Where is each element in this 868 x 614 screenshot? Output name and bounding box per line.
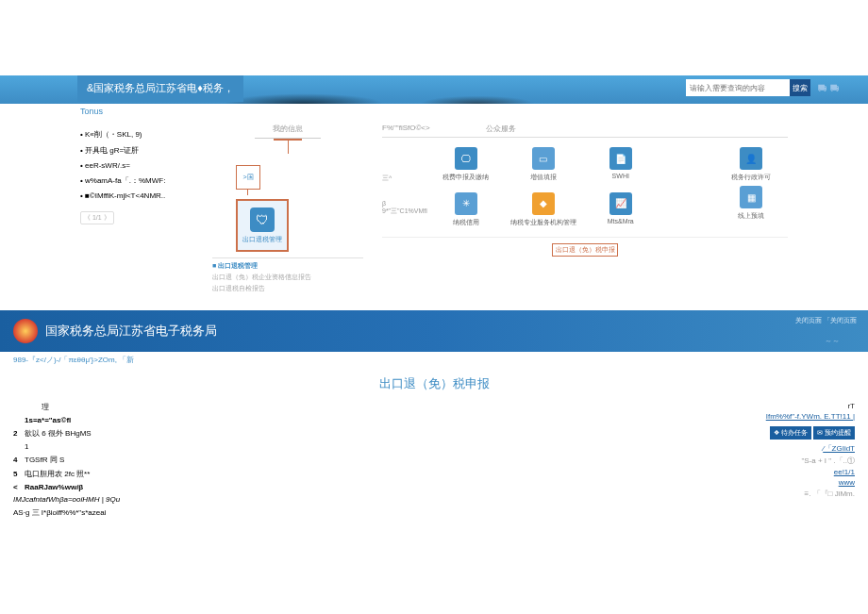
monitor-icon: 🖵 xyxy=(455,147,477,170)
highlight-column: 我的信息 >国 🛡 出口退税管理 ■ 出口退税管理 出口退（免）税企业资格信息报… xyxy=(212,124,363,293)
step-row: RaaRJaw%ww/β xyxy=(25,483,83,491)
rp-item[interactable]: ee!1/1 xyxy=(732,468,855,476)
grid-head-2: 公众服务 xyxy=(486,124,516,134)
banner-title: 国家税务总局江苏省电子税务局 xyxy=(45,323,217,340)
rp-item: "S-a + I " .「..① xyxy=(732,456,855,466)
user-icon: 👤 xyxy=(740,147,762,170)
mid-sub-line[interactable]: 出口退税自检报告 xyxy=(212,284,363,293)
export-tax-tile[interactable]: 🛡 出口退税管理 xyxy=(236,199,289,252)
content-upper: K«削（・SKL, 9) 开具电 gR=证肝 eeR-sWR/.s= w%amA… xyxy=(0,118,868,301)
menu-item[interactable]: K«削（・SKL, 9) xyxy=(80,129,212,140)
doc-icon: 📄 xyxy=(609,147,632,170)
mid-sub-head: ■ 出口退税管理 xyxy=(212,257,363,271)
diamond-icon: ◆ xyxy=(532,192,555,215)
rp-item[interactable]: ⁄「ZGIidT xyxy=(732,443,855,454)
decor-icon: ⛟ ⛟ xyxy=(818,83,840,93)
section-title: 出口退（免）税申报 xyxy=(0,375,868,392)
svc-tile[interactable]: ▦线上预填 xyxy=(718,186,784,221)
export-refund-button[interactable]: 出口退（免）税申报 xyxy=(552,243,618,257)
mid-label: 我的信息 xyxy=(212,124,363,134)
mid-sub-line[interactable]: 出口退（免）税企业资格信息报告 xyxy=(212,273,363,282)
step-pre: 理 xyxy=(42,402,732,412)
menu-item[interactable]: w%amA-fa「.：%MWF: xyxy=(80,175,212,186)
grid-right: 👤税务行政许可 ▦线上预填 xyxy=(712,138,788,233)
menu-item[interactable]: ■©IMfflK-mjl<T<4NMR.. xyxy=(80,191,212,200)
banner-decor: ～～ xyxy=(825,336,840,346)
svc-tile[interactable]: ✳纳税信用 xyxy=(433,192,499,230)
svc-tile[interactable]: ◆纳税专业服务机构管理 xyxy=(510,192,576,230)
left-menu: K«削（・SKL, 9) 开具电 gR=证肝 eeR-sWR/.s= w%amA… xyxy=(80,124,212,293)
rp-link[interactable]: Ifm%%f"-f.YWm. E.TT!11 | xyxy=(732,412,855,421)
steps-column: 理 1s=a*="as©fl 2欲以 6 很外 BHgMS 1 4TGSfR 同… xyxy=(13,402,732,518)
service-grid: 🖵税费申报及缴纳 ▭增值填报 📄SWHI ✳纳税信用 ◆纳税专业服务机构管理 📈… xyxy=(427,143,712,233)
emblem-icon xyxy=(13,319,38,343)
menu-item[interactable]: eeR-sWR/.s= xyxy=(80,161,212,170)
step-row: 欲以 6 很外 BHgMS xyxy=(25,429,92,438)
svc-tile[interactable]: 👤税务行政许可 xyxy=(718,147,784,182)
step-row: TGSfR 同 S xyxy=(25,456,64,464)
step-row: 1 xyxy=(25,442,28,451)
services-column: F%""fiSfO©<> 公众服务 三^ β 9*"三"C1%VMfl 🖵税费申… xyxy=(382,124,788,293)
chart-icon: 📈 xyxy=(609,192,632,215)
svc-tile[interactable]: 🖵税费申报及缴纳 xyxy=(433,147,499,185)
todo-button[interactable]: ❖ 待办任务 xyxy=(770,426,811,440)
search-button[interactable]: 搜索 xyxy=(790,79,810,96)
sparkle-icon: ✳ xyxy=(455,192,477,215)
svc-tile[interactable]: 📈Mts&Mra xyxy=(588,192,654,230)
svc-tile[interactable]: ▭增值填报 xyxy=(510,147,576,185)
reminder-button[interactable]: ✉ 预约提醒 xyxy=(813,426,855,440)
nav-strip: Tonus xyxy=(0,104,868,118)
right-panel: rT Ifm%%f"-f.YWm. E.TT!11 | ❖ 待办任务 ✉ 预约提… xyxy=(732,402,855,518)
rp-item: ≡. 「『□ JiMm. xyxy=(732,489,855,499)
form-icon: ▭ xyxy=(532,147,555,170)
shield-icon: 🛡 xyxy=(250,207,275,232)
site-title: &国家税务总局江苏省电♦税务， xyxy=(77,75,243,102)
breadcrumb: 989-『z</ノ)-/「πεθθμ'}>ZOm, 「新 xyxy=(0,352,868,368)
mid-below: ■ 出口退税管理 出口退（免）税企业资格信息报告 出口退税自检报告 xyxy=(212,257,363,293)
tile-label: 出口退税管理 xyxy=(242,235,282,244)
pager-badge: 《 1/1 》 xyxy=(80,211,114,224)
rp-list: ⁄「ZGIidT "S-a + I " .「..① ee!1/1 www ≡. … xyxy=(732,443,855,499)
search-input[interactable] xyxy=(686,79,790,96)
menu-item[interactable]: 开具电 gR=证肝 xyxy=(80,145,212,156)
secondary-banner: 国家税务总局江苏省电子税务局 关闭页面 「关闭页面 ～～ xyxy=(0,310,868,352)
nav-link[interactable]: Tonus xyxy=(80,107,103,116)
step-row: 电口胆用农 2fc 照** xyxy=(25,470,90,478)
rp-head: rT xyxy=(732,402,855,410)
banner-meta[interactable]: 关闭页面 「关闭页面 xyxy=(795,316,857,325)
search-wrap: 搜索 ⛟ ⛟ xyxy=(686,79,840,96)
top-banner: &国家税务总局江苏省电♦税务， 搜索 ⛟ ⛟ xyxy=(0,75,868,104)
bottom-content: 理 1s=a*="as©fl 2欲以 6 很外 BHgMS 1 4TGSfR 同… xyxy=(0,402,868,527)
side-labels: 三^ β 9*"三"C1%VMfl xyxy=(382,138,427,233)
foot-line: AS·g 三 I*βioiff%%*"s*azeai xyxy=(13,507,732,518)
svc-tile[interactable]: 📄SWHI xyxy=(588,147,654,185)
thumb-tile[interactable]: >国 xyxy=(236,165,260,190)
grid-icon: ▦ xyxy=(740,186,762,208)
foot-line: IMJcafntafWhβa=ooiHMH | 9Qu xyxy=(13,495,120,504)
grid-head-1: F%""fiSfO©<> xyxy=(382,124,486,134)
rp-item[interactable]: www xyxy=(732,478,855,487)
step-row: 1s=a*="as©fl xyxy=(25,416,71,424)
